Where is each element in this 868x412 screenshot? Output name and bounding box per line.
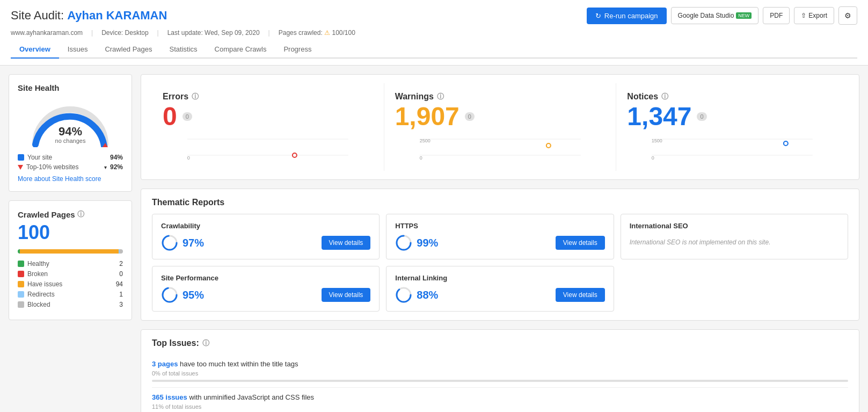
https-circle-icon <box>395 234 412 251</box>
thematic-https: HTTPS 99% View details <box>386 214 614 259</box>
performance-view-button[interactable]: View details <box>322 288 371 302</box>
tab-compare-crawls[interactable]: Compare Crawls <box>206 41 275 59</box>
top-issues-section: Top Issues: ⓘ 3 pages have too much text… <box>141 329 859 412</box>
have-issues-dot <box>18 281 24 287</box>
tab-issues[interactable]: Issues <box>59 41 97 59</box>
crawlability-view-button[interactable]: View details <box>322 236 371 250</box>
site-health-card: Site Health 94% no changes Your site 94 <box>9 74 132 192</box>
top-issues-title: Top Issues: ⓘ <box>152 338 848 348</box>
thematic-internal-linking: Internal Linking 88% View details <box>386 266 614 312</box>
refresh-icon: ↻ <box>595 12 601 20</box>
thematic-international-seo: International SEO International SEO is n… <box>621 214 848 259</box>
cl-have-issues: Have issues 94 <box>18 280 123 288</box>
crawled-legend: Healthy 2 Broken 0 Have issues 94 Redire… <box>18 260 123 308</box>
svg-text:1500: 1500 <box>652 138 662 143</box>
page-title: Site Audit: Ayhan KARAMAN <box>11 9 167 23</box>
internal-linking-view-button[interactable]: View details <box>556 288 605 302</box>
pdf-button[interactable]: PDF <box>763 7 790 24</box>
cl-blocked: Blocked 3 <box>18 301 123 308</box>
site-health-gauge: 94% no changes <box>27 99 113 147</box>
legend-your-site: Your site 94% <box>18 154 123 161</box>
errors-info-icon[interactable]: ⓘ <box>192 92 199 102</box>
main-panel: Errors ⓘ 0 0 0 <box>141 74 859 412</box>
crawled-progress-bar <box>18 249 123 254</box>
redirects-dot <box>18 291 24 298</box>
google-data-studio-button[interactable]: Google Data Studio NEW <box>671 7 759 24</box>
header-actions: ↻ Re-run campaign Google Data Studio NEW… <box>587 6 857 25</box>
issue-item-1: 3 pages have too much text within the ti… <box>152 355 848 388</box>
notices-chart: 1500 0 <box>627 134 837 162</box>
internal-linking-circle-icon <box>395 286 412 303</box>
pb-blocked <box>120 249 123 254</box>
gear-icon: ⚙ <box>844 11 851 20</box>
header: Site Audit: Ayhan KARAMAN ↻ Re-run campa… <box>0 0 868 66</box>
thematic-crawlability: Crawlability 97% View details <box>152 214 380 259</box>
settings-button[interactable]: ⚙ <box>838 6 857 25</box>
issue-1-bar <box>152 380 848 382</box>
tab-overview[interactable]: Overview <box>11 41 59 59</box>
crawled-count: 100 <box>18 221 123 244</box>
legend-top10: Top-10% websites ▾ 92% <box>18 163 123 171</box>
more-about-site-health-link[interactable]: More about Site Health score <box>18 175 123 183</box>
broken-dot <box>18 271 24 277</box>
thematic-reports-section: Thematic Reports Crawlability 97% View <box>141 189 859 321</box>
thematic-grid: Crawlability 97% View details <box>152 214 848 312</box>
main-content: Site Health 94% no changes Your site 94 <box>0 66 868 412</box>
header-top: Site Audit: Ayhan KARAMAN ↻ Re-run campa… <box>11 6 857 25</box>
performance-circle-icon <box>161 286 178 303</box>
svg-text:0: 0 <box>420 155 422 161</box>
svg-point-14 <box>784 141 788 146</box>
dropdown-icon[interactable]: ▾ <box>104 164 107 170</box>
sidebar: Site Health 94% no changes Your site 94 <box>9 74 132 412</box>
crawled-pages-title: Crawled Pages ⓘ <box>18 209 123 219</box>
cl-healthy: Healthy 2 <box>18 260 123 268</box>
export-button[interactable]: ⇧ Export <box>794 7 834 24</box>
healthy-dot <box>18 261 24 267</box>
https-view-button[interactable]: View details <box>556 236 605 250</box>
svg-text:0: 0 <box>652 155 654 161</box>
cl-broken: Broken 0 <box>18 270 123 278</box>
blocked-dot <box>18 301 24 308</box>
issue-1-link[interactable]: 3 pages <box>152 360 178 368</box>
svg-point-9 <box>546 143 551 148</box>
issue-2-link[interactable]: 365 issues <box>152 393 187 401</box>
gauge-percent: 94% <box>59 125 82 139</box>
gauge-subtext: no changes <box>55 138 86 144</box>
issue-item-2: 365 issues with unminified JavaScript an… <box>152 388 848 412</box>
tab-progress[interactable]: Progress <box>275 41 320 59</box>
crawled-pages-card: Crawled Pages ⓘ 100 Healthy 2 Brok <box>9 200 132 320</box>
top-issues-info-icon[interactable]: ⓘ <box>202 338 209 348</box>
svg-text:2500: 2500 <box>420 138 431 143</box>
notices-info-icon[interactable]: ⓘ <box>661 92 668 102</box>
crawlability-circle-icon <box>161 234 178 251</box>
blue-dot <box>18 154 24 161</box>
thematic-title: Thematic Reports <box>152 198 848 207</box>
svg-text:0: 0 <box>187 155 190 161</box>
header-meta: www.ayhankaraman.com | Device: Desktop |… <box>11 29 857 37</box>
site-health-title: Site Health <box>18 83 123 92</box>
tabs: Overview Issues Crawled Pages Statistics… <box>11 41 857 59</box>
warnings-info-icon[interactable]: ⓘ <box>437 92 444 102</box>
metrics-section: Errors ⓘ 0 0 0 <box>141 74 859 180</box>
rerun-button[interactable]: ↻ Re-run campaign <box>587 8 667 24</box>
metrics-row: Errors ⓘ 0 0 0 <box>152 83 848 171</box>
metric-errors: Errors ⓘ 0 0 0 <box>152 83 384 171</box>
metric-warnings: Warnings ⓘ 1,907 0 2500 0 <box>384 83 617 171</box>
info-icon[interactable]: ⓘ <box>77 209 84 219</box>
metric-notices: Notices ⓘ 1,347 0 1500 0 <box>616 83 848 171</box>
tab-statistics[interactable]: Statistics <box>161 41 206 59</box>
tab-crawled-pages[interactable]: Crawled Pages <box>96 41 161 59</box>
red-triangle-icon <box>18 165 23 170</box>
pb-issues <box>20 249 119 254</box>
upload-icon: ⇧ <box>801 12 806 19</box>
warnings-chart: 2500 0 <box>395 134 606 162</box>
thematic-site-performance: Site Performance 95% View details <box>152 266 380 312</box>
site-health-legend: Your site 94% Top-10% websites ▾ 92% <box>18 154 123 171</box>
errors-chart: 0 <box>163 134 373 162</box>
cl-redirects: Redirects 1 <box>18 291 123 298</box>
